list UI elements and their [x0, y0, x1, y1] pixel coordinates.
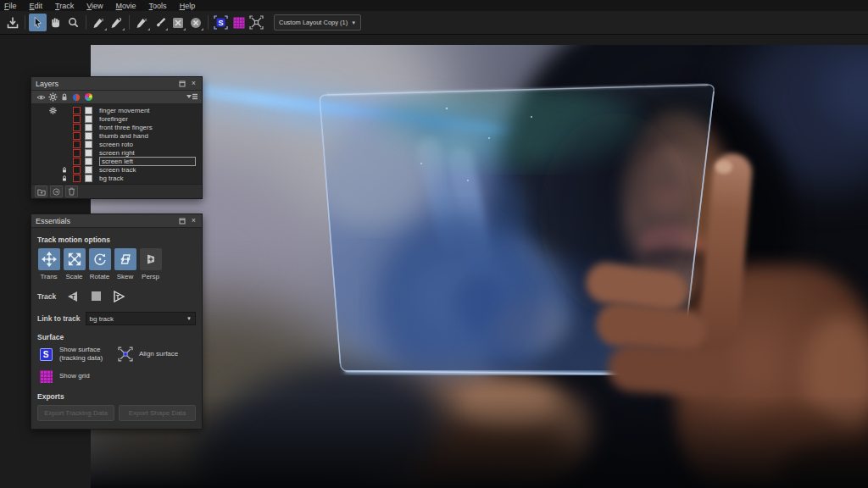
layout-selector-dropdown[interactable]: Custom Layout Copy (1) ▼: [274, 14, 361, 30]
motion-option-shear[interactable]: Skew: [114, 248, 136, 280]
layer-name[interactable]: forefinger: [99, 115, 196, 123]
layer-name[interactable]: screen left: [99, 157, 196, 166]
align-surface-icon: [118, 347, 133, 362]
zoom-tool-button[interactable]: [64, 14, 82, 31]
menu-tools[interactable]: Tools: [149, 2, 167, 10]
duplicate-layer-button[interactable]: [50, 186, 63, 197]
select-tool-button[interactable]: [29, 14, 47, 31]
track-backward-button[interactable]: T: [64, 290, 80, 302]
photo-shape: [606, 342, 728, 398]
layer-row[interactable]: screen track: [31, 165, 202, 174]
chevron-down-icon: ▼: [351, 20, 356, 25]
motion-option-perspective[interactable]: Persp: [139, 248, 162, 280]
layer-list-menu-button[interactable]: [185, 92, 198, 103]
layer-visibility-checkbox[interactable]: [85, 124, 92, 131]
layer-visibility-checkbox[interactable]: [85, 166, 92, 174]
layer-visibility-checkbox[interactable]: [85, 115, 92, 123]
motion-option-rotation[interactable]: Rotate: [88, 248, 111, 280]
motion-option-scale[interactable]: Scale: [63, 248, 86, 280]
layer-name[interactable]: screen track: [99, 166, 196, 174]
surface-row-1: S Show surface (tracking data) Align sur…: [37, 346, 202, 363]
svg-text:x: x: [101, 17, 103, 22]
layer-color-swatch[interactable]: [73, 175, 81, 182]
layer-name[interactable]: finger movement: [99, 107, 196, 114]
circle-spline-tool-button[interactable]: [186, 14, 204, 31]
layer-row[interactable]: forefinger: [31, 114, 202, 123]
save-button[interactable]: [3, 14, 21, 31]
brush-tool-button[interactable]: [151, 14, 169, 31]
matte-icon: [70, 93, 82, 102]
layer-color-swatch[interactable]: [73, 115, 81, 123]
new-group-button[interactable]: [35, 186, 47, 197]
align-surface-button[interactable]: [117, 346, 134, 363]
xspline-pen-tool-button[interactable]: x: [90, 14, 108, 31]
layer-row[interactable]: bg track: [31, 174, 202, 182]
mocha-app-window: { "menu": { "items": [ {"label":"File"},…: [0, 0, 868, 488]
essentials-panel-titlebar[interactable]: Essentials ×: [31, 214, 202, 228]
menu-view[interactable]: View: [86, 2, 103, 10]
align-surface-icon: [249, 15, 264, 30]
show-grid-button[interactable]: [37, 368, 54, 385]
layer-name[interactable]: screen roto: [99, 141, 196, 148]
export-tracking-data-button[interactable]: Export Tracking Data: [37, 405, 114, 421]
menu-file[interactable]: File: [4, 2, 17, 10]
motion-option-label: Scale: [65, 273, 82, 280]
float-panel-icon[interactable]: [178, 217, 186, 225]
layer-name[interactable]: thumb and hand: [99, 132, 196, 140]
layer-color-swatch[interactable]: [73, 158, 81, 165]
menu-movie[interactable]: Movie: [116, 2, 136, 10]
layer-gear-icon: [47, 107, 58, 114]
layer-row[interactable]: screen roto: [31, 140, 202, 148]
layer-visibility-checkbox[interactable]: [85, 158, 92, 165]
show-grid-icon: [232, 16, 246, 30]
layers-panel-titlebar[interactable]: Layers ×: [31, 77, 202, 91]
show-grid-toggle[interactable]: [230, 14, 248, 31]
layer-color-swatch[interactable]: [73, 132, 81, 140]
show-surface-button[interactable]: S: [37, 346, 54, 363]
layer-visibility-checkbox[interactable]: [85, 175, 92, 182]
add-point-tool-button[interactable]: x: [133, 14, 151, 31]
layer-row[interactable]: screen right: [31, 148, 202, 157]
float-panel-icon[interactable]: [178, 80, 186, 87]
scale-icon: [64, 248, 86, 270]
layer-row-selected[interactable]: screen left: [31, 157, 202, 165]
layer-row[interactable]: front three fingers: [31, 123, 202, 131]
close-icon[interactable]: ×: [190, 217, 198, 225]
layer-color-swatch[interactable]: [73, 149, 81, 157]
video-canvas[interactable]: [91, 45, 868, 488]
layer-color-swatch[interactable]: [73, 141, 81, 148]
layer-row[interactable]: finger movement: [31, 106, 202, 114]
layer-row[interactable]: thumb and hand: [31, 131, 202, 140]
layer-visibility-checkbox[interactable]: [85, 141, 92, 148]
stop-button[interactable]: [88, 290, 103, 302]
track-forward-button[interactable]: T: [112, 290, 127, 302]
layer-color-swatch[interactable]: [73, 166, 81, 174]
trash-icon[interactable]: [65, 186, 78, 197]
layer-visibility-checkbox[interactable]: [85, 107, 92, 114]
align-surface-toggle[interactable]: [248, 14, 265, 31]
menu-track[interactable]: Track: [55, 2, 74, 10]
layer-color-swatch[interactable]: [73, 124, 81, 131]
menu-bar: File Edit Track View Movie Tools Help: [0, 0, 868, 11]
show-surface-toggle[interactable]: S: [212, 14, 230, 31]
eye-icon: [35, 94, 47, 101]
pan-tool-button[interactable]: [47, 14, 64, 31]
rect-spline-tool-button[interactable]: [169, 14, 186, 31]
menu-edit[interactable]: Edit: [30, 2, 43, 10]
bspline-pen-tool-button[interactable]: [108, 14, 125, 31]
link-to-track-label: Link to track: [37, 314, 81, 323]
chevron-down-icon: ▼: [186, 316, 192, 321]
layer-visibility-checkbox[interactable]: [85, 149, 92, 157]
layer-color-swatch[interactable]: [73, 107, 81, 114]
toolbar: x x: [0, 11, 868, 35]
close-icon[interactable]: ×: [190, 80, 198, 87]
menu-help[interactable]: Help: [180, 2, 196, 10]
motion-option-translation[interactable]: Trans: [37, 248, 60, 280]
layer-visibility-checkbox[interactable]: [85, 132, 92, 140]
pan-tool-icon: [49, 16, 62, 29]
export-shape-data-button[interactable]: Export Shape Data: [119, 405, 196, 421]
layer-name[interactable]: screen right: [99, 149, 196, 157]
layer-name[interactable]: front three fingers: [99, 124, 196, 131]
link-to-track-dropdown[interactable]: bg track ▼: [86, 312, 196, 325]
layer-name[interactable]: bg track: [99, 175, 196, 182]
